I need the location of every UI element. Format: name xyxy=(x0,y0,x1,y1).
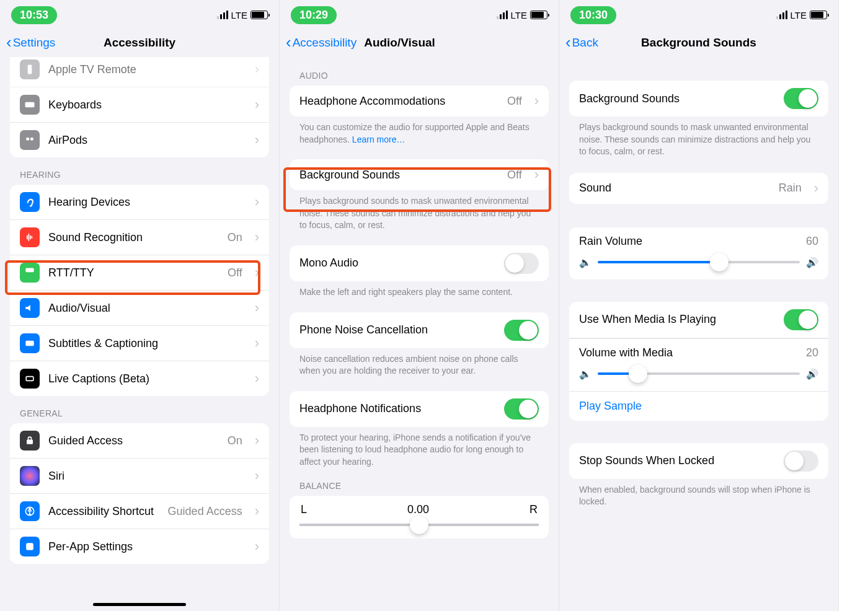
balance-left-label: L xyxy=(301,503,307,516)
general-group: Guided Access On › Siri › Accessibility … xyxy=(10,423,269,564)
siri-icon xyxy=(20,466,40,486)
back-button[interactable]: ‹ Back xyxy=(565,35,598,50)
section-header-hearing: HEARING xyxy=(0,157,279,185)
media-volume-label: Volume with Media xyxy=(579,346,673,359)
list-item-hearing-devices[interactable]: Hearing Devices › xyxy=(10,185,269,220)
ear-icon xyxy=(20,192,40,212)
speaker-low-icon: 🔈 xyxy=(579,257,591,268)
media-playing-toggle[interactable] xyxy=(784,309,818,330)
list-item-live-captions[interactable]: Live Captions (Beta) › xyxy=(10,361,269,396)
speaker-high-icon: 🔊 xyxy=(806,368,818,380)
list-item-siri[interactable]: Siri › xyxy=(10,459,269,494)
battery-icon xyxy=(810,11,827,19)
list-item-background-sounds-toggle: Background Sounds xyxy=(569,81,828,116)
list-item[interactable]: AirPods › xyxy=(10,123,269,157)
back-button[interactable]: ‹ Settings xyxy=(6,35,55,50)
screen-audio-visual: 10:29 LTE ‹ Accessibility Audio/Visual A… xyxy=(280,0,559,611)
background-sounds-toggle[interactable] xyxy=(784,88,818,109)
headphone-notifications-toggle[interactable] xyxy=(504,398,539,420)
list-item-rtt-tty[interactable]: RTT/TTY Off › xyxy=(10,255,269,291)
status-bar: 10:29 LTE xyxy=(280,0,559,27)
noise-cancellation-toggle[interactable] xyxy=(504,320,539,341)
chevron-right-icon: › xyxy=(255,468,259,484)
list-item-stop-when-locked: Stop Sounds When Locked xyxy=(569,443,828,479)
list-item-audio-visual[interactable]: Audio/Visual › xyxy=(10,291,269,326)
speaker-high-icon: 🔊 xyxy=(806,257,818,268)
keyboard-icon xyxy=(20,95,40,115)
svg-point-3 xyxy=(30,138,33,141)
navbar: ‹ Settings Accessibility xyxy=(0,27,279,58)
back-button[interactable]: ‹ Accessibility xyxy=(286,35,356,50)
list-item-guided-access[interactable]: Guided Access On › xyxy=(10,423,269,459)
rain-volume-label: Rain Volume xyxy=(579,235,642,248)
section-header-audio: AUDIO xyxy=(280,58,559,86)
svg-rect-6 xyxy=(27,439,33,444)
list-item-subtitles[interactable]: Subtitles & Captioning › xyxy=(10,326,269,361)
status-time: 10:53 xyxy=(11,6,57,24)
media-volume-slider[interactable]: 🔈 🔊 xyxy=(569,363,828,391)
physical-motor-group: Apple TV Remote › Keyboards › AirPods › xyxy=(10,57,269,157)
network-label: LTE xyxy=(790,10,807,20)
balance-value: 0.00 xyxy=(407,503,429,516)
chevron-right-icon: › xyxy=(255,503,259,519)
network-label: LTE xyxy=(231,10,247,20)
chevron-right-icon: › xyxy=(255,61,259,77)
svg-rect-9 xyxy=(26,543,33,550)
rain-volume-slider[interactable]: 🔈 🔊 xyxy=(569,252,828,279)
media-group: Use When Media Is Playing Volume with Me… xyxy=(569,302,828,421)
balance-group: L 0.00 R xyxy=(290,496,549,538)
list-item-background-sounds[interactable]: Background Sounds Off › xyxy=(290,159,549,190)
svg-point-2 xyxy=(26,138,29,141)
phone-icon xyxy=(20,263,40,283)
background-sounds-group: Background Sounds Off › xyxy=(290,159,549,190)
play-sample-button[interactable]: Play Sample xyxy=(569,391,828,421)
list-item-per-app[interactable]: Per-App Settings › xyxy=(10,529,269,564)
rain-volume-value: 60 xyxy=(806,235,818,248)
screen-accessibility: 10:53 LTE ‹ Settings Accessibility Apple… xyxy=(0,0,280,611)
chevron-right-icon: › xyxy=(255,265,259,281)
chevron-right-icon: › xyxy=(255,433,259,449)
section-header-balance: BALANCE xyxy=(280,468,559,496)
footer-background-sounds: Plays background sounds to mask unwanted… xyxy=(280,190,559,232)
footer-headphone-acc: You can customize the audio for supporte… xyxy=(280,116,559,146)
sound-group: Sound Rain › xyxy=(569,173,828,204)
chevron-right-icon: › xyxy=(255,300,259,316)
mono-audio-toggle[interactable] xyxy=(504,253,539,274)
chevron-right-icon: › xyxy=(255,335,259,351)
balance-right-label: R xyxy=(529,503,538,516)
list-item[interactable]: Apple TV Remote › xyxy=(10,57,269,87)
balance-slider[interactable] xyxy=(299,524,539,526)
svg-rect-1 xyxy=(25,102,35,107)
stop-locked-group: Stop Sounds When Locked xyxy=(569,443,828,479)
screen-background-sounds: 10:30 LTE ‹ Back Background Sounds Backg… xyxy=(559,0,839,611)
eye-speaker-icon xyxy=(20,298,40,318)
status-time: 10:29 xyxy=(291,6,337,24)
svg-rect-0 xyxy=(28,65,32,74)
tv-remote-icon xyxy=(20,59,40,79)
svg-rect-5 xyxy=(26,377,33,381)
status-bar: 10:53 LTE xyxy=(0,0,279,27)
signal-icon xyxy=(497,11,508,19)
stop-when-locked-toggle[interactable] xyxy=(784,451,818,472)
learn-more-link[interactable]: Learn more… xyxy=(352,134,405,144)
list-item-mono-audio: Mono Audio xyxy=(290,245,549,281)
page-title: Audio/Visual xyxy=(364,36,435,50)
page-title: Background Sounds xyxy=(559,36,838,50)
list-item[interactable]: Keyboards › xyxy=(10,87,269,123)
chevron-right-icon: › xyxy=(255,538,259,555)
battery-icon xyxy=(250,11,268,19)
airpods-icon xyxy=(20,130,40,150)
chevron-right-icon: › xyxy=(534,93,539,109)
list-item-sound[interactable]: Sound Rain › xyxy=(569,173,828,204)
headphone-notifications-group: Headphone Notifications xyxy=(290,391,549,427)
battery-icon xyxy=(530,11,547,19)
list-item-headphone-accommodations[interactable]: Headphone Accommodations Off › xyxy=(290,86,549,116)
speaker-low-icon: 🔈 xyxy=(579,368,591,380)
rain-volume-group: Rain Volume 60 🔈 🔊 xyxy=(569,227,828,279)
list-item-sound-recognition[interactable]: Sound Recognition On › xyxy=(10,220,269,255)
home-indicator[interactable] xyxy=(93,603,186,606)
list-item-accessibility-shortcut[interactable]: Accessibility Shortcut Guided Access › xyxy=(10,494,269,529)
status-time: 10:30 xyxy=(570,6,616,24)
chevron-left-icon: ‹ xyxy=(565,34,571,50)
chevron-right-icon: › xyxy=(255,97,259,113)
